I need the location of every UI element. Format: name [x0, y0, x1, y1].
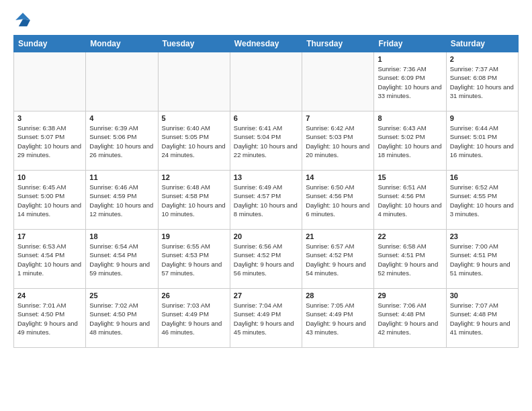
day-info: Sunrise: 7:04 AM Sunset: 4:49 PM Dayligh…: [234, 301, 298, 336]
calendar-day-cell: 28Sunrise: 7:05 AM Sunset: 4:49 PM Dayli…: [302, 289, 374, 348]
day-info: Sunrise: 7:06 AM Sunset: 4:48 PM Dayligh…: [378, 301, 442, 336]
calendar-day-cell: 15Sunrise: 6:51 AM Sunset: 4:56 PM Dayli…: [374, 171, 446, 230]
weekday-header: Monday: [86, 36, 158, 52]
day-info: Sunrise: 6:55 AM Sunset: 4:53 PM Dayligh…: [162, 242, 226, 277]
day-number: 2: [450, 55, 515, 63]
calendar-day-cell: 27Sunrise: 7:04 AM Sunset: 4:49 PM Dayli…: [230, 289, 302, 348]
day-number: 3: [17, 114, 82, 122]
calendar-day-cell: 5Sunrise: 6:40 AM Sunset: 5:05 PM Daylig…: [158, 111, 230, 171]
day-number: 11: [89, 173, 154, 181]
weekday-header: Wednesday: [230, 36, 302, 52]
calendar-day-cell: 20Sunrise: 6:56 AM Sunset: 4:52 PM Dayli…: [230, 230, 302, 289]
day-number: 23: [450, 232, 515, 240]
calendar-day-cell: 14Sunrise: 6:50 AM Sunset: 4:56 PM Dayli…: [302, 171, 374, 230]
day-info: Sunrise: 6:38 AM Sunset: 5:07 PM Dayligh…: [17, 124, 82, 159]
day-info: Sunrise: 6:44 AM Sunset: 5:01 PM Dayligh…: [450, 124, 515, 159]
day-info: Sunrise: 6:45 AM Sunset: 5:00 PM Dayligh…: [17, 183, 82, 218]
day-number: 18: [89, 232, 154, 240]
day-info: Sunrise: 6:46 AM Sunset: 4:59 PM Dayligh…: [89, 183, 154, 218]
day-number: 6: [234, 114, 298, 122]
day-info: Sunrise: 6:49 AM Sunset: 4:57 PM Dayligh…: [234, 183, 298, 218]
day-info: Sunrise: 6:42 AM Sunset: 5:03 PM Dayligh…: [306, 124, 370, 159]
day-number: 7: [306, 114, 370, 122]
calendar-day-cell: [158, 52, 230, 111]
day-number: 9: [450, 114, 515, 122]
day-info: Sunrise: 6:57 AM Sunset: 4:52 PM Dayligh…: [306, 242, 370, 277]
calendar-day-cell: 18Sunrise: 6:54 AM Sunset: 4:54 PM Dayli…: [86, 230, 158, 289]
calendar-week-row: 10Sunrise: 6:45 AM Sunset: 5:00 PM Dayli…: [14, 171, 519, 230]
day-number: 17: [17, 232, 82, 240]
day-number: 19: [162, 232, 226, 240]
page-header: [0, 0, 532, 35]
day-number: 24: [17, 291, 82, 300]
calendar-day-cell: 29Sunrise: 7:06 AM Sunset: 4:48 PM Dayli…: [374, 289, 446, 348]
calendar-day-cell: [14, 52, 86, 111]
day-info: Sunrise: 6:41 AM Sunset: 5:04 PM Dayligh…: [234, 124, 298, 159]
day-number: 5: [162, 114, 226, 122]
day-number: 26: [162, 291, 226, 300]
day-number: 15: [378, 173, 442, 181]
day-number: 8: [378, 114, 442, 122]
calendar-day-cell: 7Sunrise: 6:42 AM Sunset: 5:03 PM Daylig…: [302, 111, 374, 171]
day-info: Sunrise: 7:07 AM Sunset: 4:48 PM Dayligh…: [450, 301, 515, 336]
weekday-header: Thursday: [302, 36, 374, 52]
day-number: 27: [234, 291, 298, 300]
calendar-day-cell: [230, 52, 302, 111]
calendar-day-cell: 25Sunrise: 7:02 AM Sunset: 4:50 PM Dayli…: [86, 289, 158, 348]
svg-marker-1: [19, 19, 30, 26]
day-info: Sunrise: 6:39 AM Sunset: 5:06 PM Dayligh…: [89, 124, 154, 159]
weekday-header: Sunday: [14, 36, 86, 52]
calendar-day-cell: 21Sunrise: 6:57 AM Sunset: 4:52 PM Dayli…: [302, 230, 374, 289]
day-info: Sunrise: 6:50 AM Sunset: 4:56 PM Dayligh…: [306, 183, 370, 218]
calendar-day-cell: 3Sunrise: 6:38 AM Sunset: 5:07 PM Daylig…: [14, 111, 86, 171]
day-number: 28: [306, 291, 370, 300]
calendar-day-cell: 19Sunrise: 6:55 AM Sunset: 4:53 PM Dayli…: [158, 230, 230, 289]
day-info: Sunrise: 7:03 AM Sunset: 4:49 PM Dayligh…: [162, 301, 226, 336]
calendar-day-cell: 30Sunrise: 7:07 AM Sunset: 4:48 PM Dayli…: [446, 289, 518, 348]
day-number: 14: [306, 173, 370, 181]
day-number: 22: [378, 232, 442, 240]
day-number: 20: [234, 232, 298, 240]
calendar-header-row: SundayMondayTuesdayWednesdayThursdayFrid…: [14, 36, 519, 52]
day-info: Sunrise: 6:54 AM Sunset: 4:54 PM Dayligh…: [89, 242, 154, 277]
calendar-day-cell: 9Sunrise: 6:44 AM Sunset: 5:01 PM Daylig…: [446, 111, 518, 171]
calendar-day-cell: [302, 52, 374, 111]
day-info: Sunrise: 6:53 AM Sunset: 4:54 PM Dayligh…: [17, 242, 82, 277]
calendar-day-cell: 11Sunrise: 6:46 AM Sunset: 4:59 PM Dayli…: [86, 171, 158, 230]
calendar-table: SundayMondayTuesdayWednesdayThursdayFrid…: [13, 35, 519, 348]
day-info: Sunrise: 6:43 AM Sunset: 5:02 PM Dayligh…: [378, 124, 442, 159]
day-number: 10: [17, 173, 82, 181]
day-number: 13: [234, 173, 298, 181]
calendar-week-row: 3Sunrise: 6:38 AM Sunset: 5:07 PM Daylig…: [14, 111, 519, 171]
calendar-week-row: 1Sunrise: 7:36 AM Sunset: 6:09 PM Daylig…: [14, 52, 519, 111]
day-number: 16: [450, 173, 515, 181]
day-info: Sunrise: 6:58 AM Sunset: 4:51 PM Dayligh…: [378, 242, 442, 277]
day-info: Sunrise: 7:36 AM Sunset: 6:09 PM Dayligh…: [378, 64, 442, 100]
calendar-day-cell: 2Sunrise: 7:37 AM Sunset: 6:08 PM Daylig…: [446, 52, 518, 111]
day-info: Sunrise: 7:37 AM Sunset: 6:08 PM Dayligh…: [450, 64, 515, 100]
weekday-header: Saturday: [446, 36, 518, 52]
calendar-day-cell: 16Sunrise: 6:52 AM Sunset: 4:55 PM Dayli…: [446, 171, 518, 230]
calendar-day-cell: 1Sunrise: 7:36 AM Sunset: 6:09 PM Daylig…: [374, 52, 446, 111]
weekday-header: Tuesday: [158, 36, 230, 52]
calendar-day-cell: 26Sunrise: 7:03 AM Sunset: 4:49 PM Dayli…: [158, 289, 230, 348]
day-info: Sunrise: 6:48 AM Sunset: 4:58 PM Dayligh…: [162, 183, 226, 218]
day-info: Sunrise: 6:56 AM Sunset: 4:52 PM Dayligh…: [234, 242, 298, 277]
calendar-week-row: 24Sunrise: 7:01 AM Sunset: 4:50 PM Dayli…: [14, 289, 519, 348]
day-info: Sunrise: 7:00 AM Sunset: 4:51 PM Dayligh…: [450, 242, 515, 277]
day-number: 1: [378, 55, 442, 63]
day-info: Sunrise: 6:40 AM Sunset: 5:05 PM Dayligh…: [162, 124, 226, 159]
calendar-day-cell: 13Sunrise: 6:49 AM Sunset: 4:57 PM Dayli…: [230, 171, 302, 230]
day-info: Sunrise: 7:05 AM Sunset: 4:49 PM Dayligh…: [306, 301, 370, 336]
calendar-day-cell: 17Sunrise: 6:53 AM Sunset: 4:54 PM Dayli…: [14, 230, 86, 289]
calendar-day-cell: 6Sunrise: 6:41 AM Sunset: 5:04 PM Daylig…: [230, 111, 302, 171]
calendar-day-cell: 10Sunrise: 6:45 AM Sunset: 5:00 PM Dayli…: [14, 171, 86, 230]
day-info: Sunrise: 6:51 AM Sunset: 4:56 PM Dayligh…: [378, 183, 442, 218]
logo: [13, 11, 35, 30]
weekday-header: Friday: [374, 36, 446, 52]
calendar-week-row: 17Sunrise: 6:53 AM Sunset: 4:54 PM Dayli…: [14, 230, 519, 289]
svg-marker-0: [15, 13, 30, 20]
calendar-day-cell: 4Sunrise: 6:39 AM Sunset: 5:06 PM Daylig…: [86, 111, 158, 171]
day-number: 30: [450, 291, 515, 300]
logo-icon: [13, 11, 32, 30]
